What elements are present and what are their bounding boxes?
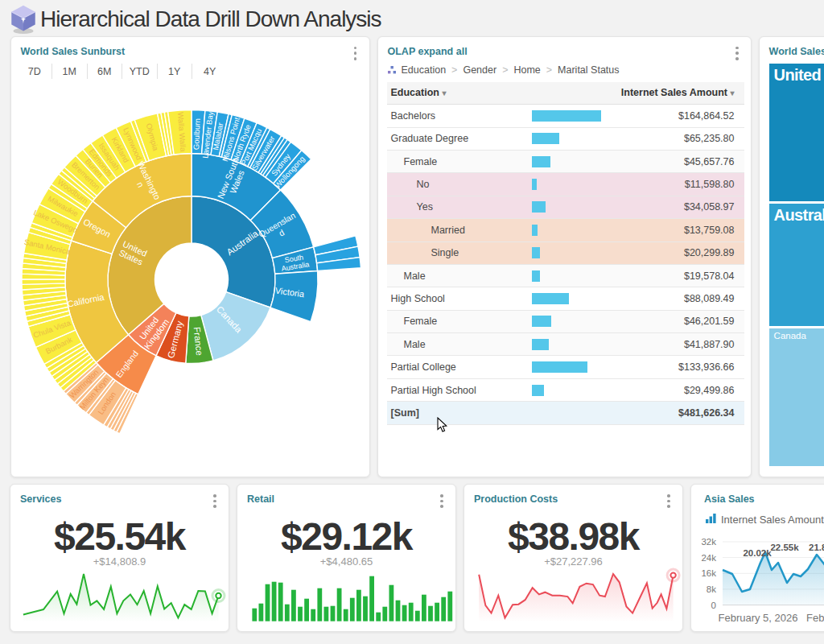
svg-text:24k: 24k (701, 553, 716, 563)
svg-text:0: 0 (711, 601, 716, 610)
svg-text:21.8: 21.8 (809, 543, 824, 552)
svg-text:8k: 8k (707, 584, 716, 594)
svg-text:22.55k: 22.55k (770, 543, 799, 552)
svg-text:32k: 32k (701, 537, 716, 547)
svg-text:Goulburn: Goulburn (192, 118, 202, 151)
svg-text:February 12, 20: February 12, 20 (806, 612, 824, 624)
svg-text:20.02k: 20.02k (743, 548, 772, 558)
svg-text:16k: 16k (701, 568, 716, 578)
svg-text:February 5, 2026: February 5, 2026 (718, 612, 797, 624)
